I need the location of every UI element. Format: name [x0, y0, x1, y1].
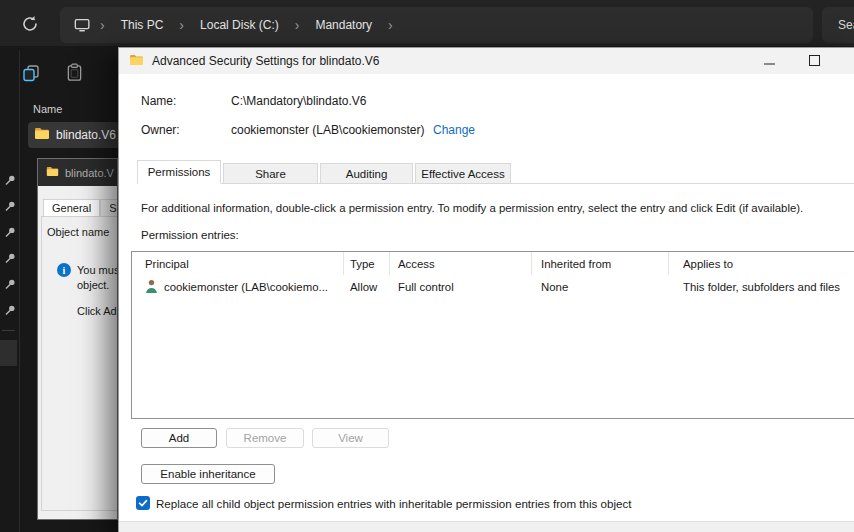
properties-tab-page	[41, 216, 118, 511]
dialog-title: Advanced Security Settings for blindato.…	[152, 54, 379, 68]
properties-dialog: blindato.V General Sha Object name i You…	[37, 158, 118, 520]
properties-title: blindato.V	[65, 167, 114, 179]
pin-icon[interactable]	[4, 302, 16, 314]
replace-permissions-label: Replace all child object permission entr…	[156, 497, 632, 510]
properties-info-text: You mus	[77, 264, 118, 276]
chevron-right-icon: ›	[171, 18, 192, 32]
screen: › This PC › Local Disk (C:) › Mandatory …	[0, 0, 854, 532]
column-header-type[interactable]: Type	[344, 252, 390, 275]
pin-icon[interactable]	[4, 224, 16, 236]
file-row-blindato[interactable]: blindato.V6	[28, 122, 120, 148]
dialog-tabstrip: Permissions Share Auditing Effective Acc…	[137, 159, 854, 184]
this-pc-icon[interactable]	[74, 18, 92, 33]
dialog-footer	[119, 521, 854, 532]
properties-info-text: object.	[77, 279, 109, 291]
info-icon: i	[57, 263, 71, 277]
folder-icon	[129, 54, 144, 69]
breadcrumb-this-pc[interactable]: This PC	[113, 14, 172, 36]
properties-info-text: Click Ad	[77, 305, 117, 317]
cell-type: Allow	[344, 281, 390, 293]
permissions-help-text: For additional information, double-click…	[141, 202, 803, 214]
pin-icon[interactable]	[4, 172, 16, 184]
pin-icon[interactable]	[4, 198, 16, 210]
tab-permissions[interactable]: Permissions	[137, 160, 221, 184]
chevron-right-icon: ›	[92, 18, 113, 32]
tab-auditing[interactable]: Auditing	[320, 163, 413, 183]
pin-icon[interactable]	[4, 276, 16, 288]
maximize-button[interactable]	[809, 55, 820, 66]
tab-sharing[interactable]: Sha	[100, 199, 118, 217]
cell-applies-to: This folder, subfolders and files	[669, 281, 854, 293]
chevron-right-icon: ›	[287, 18, 308, 32]
advanced-security-dialog: Advanced Security Settings for blindato.…	[118, 47, 854, 532]
breadcrumb-local-disk[interactable]: Local Disk (C:)	[192, 14, 287, 36]
column-header-principal[interactable]: Principal	[132, 252, 344, 275]
search-text: Sea	[838, 18, 854, 32]
column-header-name[interactable]: Name	[33, 103, 62, 115]
cell-inherited-from: None	[532, 281, 669, 293]
file-name: blindato.V6	[56, 128, 116, 142]
owner-value: cookiemonster (LAB\cookiemonster)	[231, 123, 424, 137]
cell-principal: cookiemonster (LAB\cookiemo...	[164, 281, 328, 293]
refresh-icon[interactable]	[20, 14, 40, 34]
folder-icon	[34, 127, 50, 143]
enable-inheritance-button[interactable]: Enable inheritance	[141, 464, 275, 484]
pin-icon[interactable]	[4, 250, 16, 262]
tab-share[interactable]: Share	[223, 163, 318, 183]
folder-icon	[46, 166, 59, 179]
minimize-button[interactable]	[764, 63, 775, 65]
nav-selected-item[interactable]	[0, 340, 17, 366]
search-input[interactable]: Sea	[822, 7, 854, 43]
nav-separator	[2, 330, 15, 331]
breadcrumb: › This PC › Local Disk (C:) › Mandatory …	[60, 7, 813, 43]
chevron-right-icon: ›	[380, 18, 401, 32]
column-header-access[interactable]: Access	[390, 252, 532, 275]
column-header-applies-to[interactable]: Applies to	[669, 252, 854, 275]
permission-entries-table: Principal Type Access Inherited from App…	[131, 251, 854, 419]
table-header: Principal Type Access Inherited from App…	[132, 252, 854, 275]
paste-icon[interactable]	[66, 63, 86, 85]
remove-button[interactable]: Remove	[226, 428, 304, 448]
owner-label: Owner:	[141, 123, 180, 137]
check-icon	[138, 498, 148, 508]
breadcrumb-mandatory[interactable]: Mandatory	[307, 14, 380, 36]
copy-icon[interactable]	[22, 64, 42, 86]
column-header-inherited-from[interactable]: Inherited from	[532, 252, 669, 275]
cell-access: Full control	[390, 281, 532, 293]
table-row[interactable]: cookiemonster (LAB\cookiemo... Allow Ful…	[132, 275, 854, 299]
tab-effective-access[interactable]: Effective Access	[415, 163, 511, 183]
nav-pane-divider	[19, 50, 20, 532]
name-value: C:\Mandatory\blindato.V6	[231, 94, 366, 108]
replace-permissions-checkbox[interactable]	[136, 496, 150, 510]
add-button[interactable]: Add	[141, 428, 217, 448]
properties-titlebar[interactable]: blindato.V	[38, 159, 117, 186]
user-icon	[145, 279, 158, 295]
view-button[interactable]: View	[312, 428, 389, 448]
change-owner-link[interactable]: Change	[433, 123, 475, 137]
tab-general[interactable]: General	[43, 199, 100, 217]
name-label: Name:	[141, 94, 176, 108]
properties-tabs: General Sha	[43, 199, 118, 217]
object-name-label: Object name	[47, 226, 109, 238]
permission-entries-label: Permission entries:	[141, 229, 239, 241]
dialog-titlebar[interactable]: Advanced Security Settings for blindato.…	[119, 48, 854, 74]
